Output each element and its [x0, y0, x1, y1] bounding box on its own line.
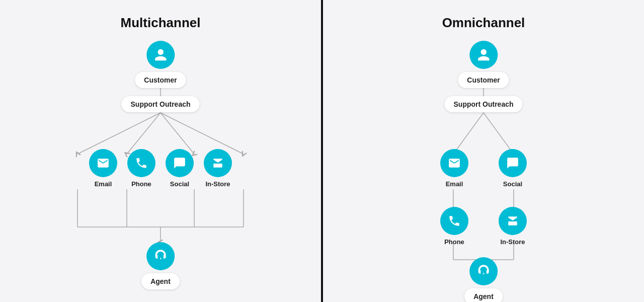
oc-support-node: Support Outreach [444, 96, 522, 112]
oc-customer-icon [469, 41, 498, 69]
oc-row2: Phone In-Store [440, 207, 527, 246]
mc-instore-node: In-Store [204, 149, 232, 188]
oc-support-label: Support Outreach [444, 96, 522, 112]
oc-email-node: Email [440, 149, 468, 188]
oc-social-icon [499, 149, 527, 177]
multichannel-diagram: Customer Support Outreach Email Phone [35, 41, 286, 282]
mc-instore-icon [204, 149, 232, 177]
oc-email-icon [440, 149, 468, 177]
mc-agent-icon [146, 242, 175, 270]
svg-line-4 [160, 113, 244, 154]
mc-phone-icon [127, 149, 155, 177]
omnichannel-diagram: Customer Support Outreach Email Social [388, 41, 579, 282]
mc-customer-icon [146, 41, 175, 69]
mc-email-icon [89, 149, 117, 177]
oc-customer-label: Customer [458, 72, 509, 88]
mc-support-node: Support Outreach [121, 96, 199, 112]
svg-line-12 [453, 113, 484, 154]
mc-phone-label: Phone [131, 180, 151, 188]
mc-customer-node: Customer [135, 41, 186, 88]
mc-customer-label: Customer [135, 72, 186, 88]
omnichannel-panel: Omnichannel [323, 0, 644, 302]
oc-instore-label: In-Store [500, 238, 525, 246]
oc-instore-node: In-Store [499, 207, 527, 246]
mc-social-icon [166, 149, 194, 177]
mc-social-label: Social [170, 180, 189, 188]
mc-agent-node: Agent [141, 242, 180, 289]
oc-email-label: Email [446, 180, 463, 188]
mc-email-node: Email [89, 149, 117, 188]
svg-line-1 [77, 113, 160, 154]
svg-line-13 [484, 113, 514, 154]
oc-phone-label: Phone [444, 238, 464, 246]
mc-phone-node: Phone [127, 149, 155, 188]
oc-customer-node: Customer [458, 41, 509, 88]
oc-social-label: Social [503, 180, 522, 188]
svg-line-2 [127, 113, 160, 154]
mc-email-label: Email [95, 180, 112, 188]
mc-support-label: Support Outreach [121, 96, 199, 112]
multichannel-panel: Multichannel [0, 0, 321, 302]
svg-line-3 [160, 113, 194, 154]
mc-agent-label: Agent [141, 273, 180, 289]
mc-instore-label: In-Store [205, 180, 230, 188]
oc-phone-icon [440, 207, 468, 235]
oc-agent-label: Agent [464, 288, 503, 302]
mc-channels-row: Email Phone Social In-Stor [89, 149, 232, 188]
multichannel-title: Multichannel [121, 15, 201, 31]
oc-instore-icon [499, 207, 527, 235]
omnichannel-title: Omnichannel [442, 15, 525, 31]
oc-agent-node: Agent [464, 257, 503, 302]
oc-row1: Email Social [440, 149, 527, 188]
oc-agent-icon [469, 257, 498, 285]
mc-social-node: Social [166, 149, 194, 188]
oc-social-node: Social [499, 149, 527, 188]
oc-phone-node: Phone [440, 207, 468, 246]
